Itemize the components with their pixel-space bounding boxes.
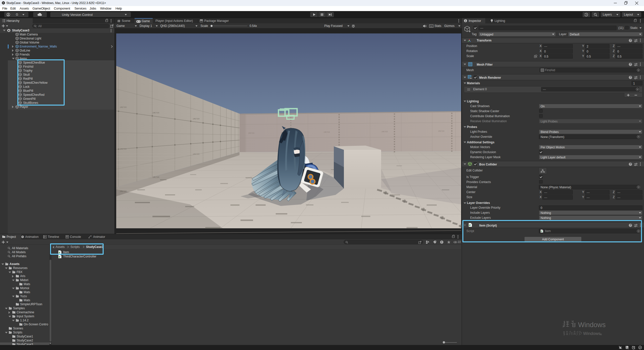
svg-text:1METER: 1METER	[193, 118, 200, 120]
svg-text:1METER: 1METER	[324, 131, 330, 133]
svg-text:1METER: 1METER	[381, 131, 388, 133]
svg-text:1METER: 1METER	[120, 148, 127, 150]
svg-text:?: ?	[630, 39, 631, 42]
svg-text:?: ?	[630, 163, 631, 165]
svg-text:Windows: Windows	[578, 321, 606, 329]
svg-text:1METER: 1METER	[120, 106, 127, 108]
svg-text:?: ?	[630, 63, 631, 66]
svg-text:1METER: 1METER	[193, 153, 200, 155]
svg-text:Windows: Windows	[583, 331, 600, 336]
svg-text:1METER: 1METER	[438, 130, 445, 132]
svg-text:1METER: 1METER	[248, 132, 255, 134]
svg-text:?: ?	[630, 76, 631, 79]
svg-text:#: #	[59, 256, 60, 258]
svg-text:1METER: 1METER	[152, 112, 159, 114]
